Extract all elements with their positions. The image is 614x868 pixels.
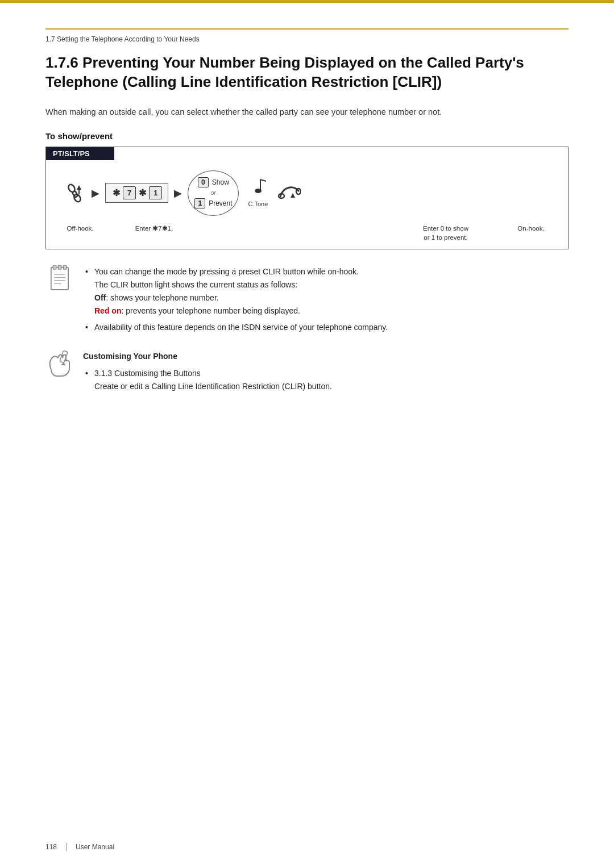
diagram-header: PT/SLT/PS (46, 147, 114, 160)
top-bar (0, 0, 614, 3)
breadcrumb-text: 1.7 Setting the Telephone According to Y… (45, 35, 200, 43)
diagram-header-label: PT/SLT/PS (53, 149, 90, 158)
enter-label-text: Enter ✱7✱1. (135, 225, 173, 232)
customising-icon (45, 350, 74, 378)
svg-rect-4 (78, 190, 80, 194)
svg-point-2 (73, 193, 82, 203)
svg-rect-13 (58, 265, 61, 269)
diagram-content: ▶ ✱ 7 ✱ 1 ▶ 0 Show or 1 (46, 160, 568, 224)
note-item-2: Availability of this feature depends on … (83, 321, 388, 334)
show-label: Show (212, 178, 229, 186)
svg-rect-11 (51, 268, 68, 290)
note-icon (45, 265, 74, 294)
or-divider: or (211, 190, 216, 196)
svg-line-6 (260, 180, 266, 181)
diagram-box: PT/SLT/PS (45, 147, 569, 249)
customising-item-1: 3.1.3 Customising the Buttons Create or … (83, 367, 332, 393)
intro-text: When making an outside call, you can sel… (45, 106, 569, 119)
customising-content: Customising Your Phone 3.1.3 Customising… (83, 350, 332, 395)
ctone-icon (250, 178, 266, 199)
svg-rect-14 (63, 265, 66, 269)
show-prevent-group: 0 Show or 1 Prevent (188, 170, 239, 216)
svg-marker-3 (77, 185, 81, 190)
off-label: Off (94, 293, 106, 302)
enter0-label: Enter 0 to show or 1 to prevent. (414, 224, 477, 242)
show-row: 0 Show (198, 177, 229, 187)
customising-title: Customising Your Phone (83, 350, 332, 363)
red-on-label: Red on (94, 306, 121, 315)
note-item-1: You can change the mode by pressing a pr… (83, 265, 388, 318)
ctone-label: C.Tone (248, 201, 268, 207)
onhook-label: On-hook. (511, 224, 551, 242)
offhook-icon (63, 182, 86, 205)
prevent-label: Prevent (209, 199, 232, 207)
section-title-text: Preventing Your Number Being Displayed o… (45, 54, 524, 90)
enter0-text: Enter 0 to show (423, 225, 468, 232)
key-1: 1 (149, 186, 162, 199)
customising-section: Customising Your Phone 3.1.3 Customising… (45, 350, 569, 395)
section-number: 1.7.6 (45, 54, 78, 71)
note-content: You can change the mode by pressing a pr… (83, 265, 388, 337)
breadcrumb: 1.7 Setting the Telephone According to Y… (45, 28, 569, 43)
key-0: 0 (198, 177, 209, 187)
svg-point-7 (255, 189, 262, 193)
prevent-row: 1 Prevent (194, 198, 232, 208)
onhook-step (277, 181, 301, 206)
or1-text: or 1 to prevent. (424, 234, 467, 241)
offhook-label: Off-hook. (63, 224, 97, 242)
svg-point-8 (279, 194, 284, 198)
svg-marker-10 (291, 193, 295, 198)
enter-label: Enter ✱7✱1. (120, 224, 188, 242)
customising-link[interactable]: 3.1.3 Customising the Buttons (94, 369, 201, 378)
key-star1: ✱ (111, 187, 121, 198)
ctone-group: C.Tone (248, 178, 268, 207)
svg-rect-12 (53, 265, 56, 269)
show-prevent-bubble: 0 Show or 1 Prevent (188, 170, 239, 216)
subsection-label-text: To show/prevent (45, 131, 113, 141)
arrow1: ▶ (92, 187, 99, 199)
intro-paragraph: When making an outside call, you can sel… (45, 107, 442, 116)
key-star2: ✱ (138, 187, 147, 198)
manual-label: User Manual (66, 843, 114, 851)
section-title: 1.7.6 Preventing Your Number Being Displ… (45, 53, 569, 92)
page-number: 118 (45, 843, 57, 851)
key-1b: 1 (194, 198, 205, 208)
key-sequence: ✱ 7 ✱ 1 (105, 183, 168, 203)
subsection-label: To show/prevent (45, 131, 569, 141)
notes-section: You can change the mode by pressing a pr… (45, 265, 569, 337)
key-7: 7 (123, 186, 136, 199)
arrow2: ▶ (174, 187, 182, 199)
page-footer: 118 User Manual (45, 843, 114, 851)
diagram-labels: Off-hook. Enter ✱7✱1. Enter 0 to show or… (46, 224, 568, 249)
offhook-step (63, 182, 86, 205)
onhook-icon (277, 181, 301, 206)
